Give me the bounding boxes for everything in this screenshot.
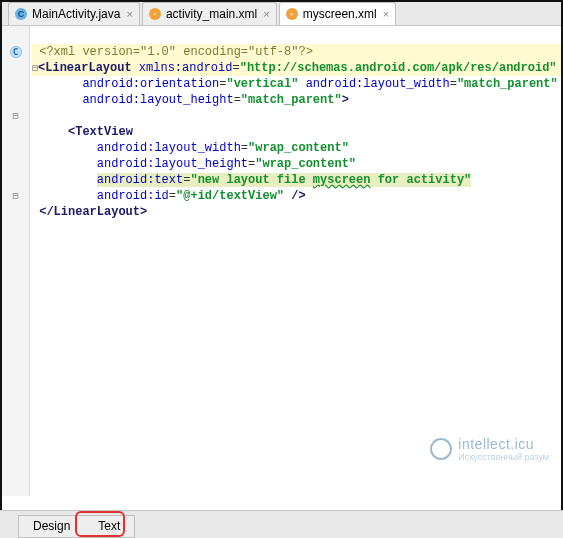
tab-design[interactable]: Design xyxy=(18,515,84,538)
bottom-tab-bar: Design Text xyxy=(0,510,563,538)
code-editor[interactable]: C ⊟ ⊟ <?xml version="1.0" encoding="utf-… xyxy=(2,26,561,496)
file-tab-bar: C MainActivity.java × ◦ activity_main.xm… xyxy=(2,2,561,26)
xml-declaration: <?xml version="1.0" encoding="utf-8"?> xyxy=(39,45,313,59)
file-tab-myscreen[interactable]: ◦ myscreen.xml × xyxy=(279,2,396,25)
file-tab-label: myscreen.xml xyxy=(303,7,377,21)
xml-icon: ◦ xyxy=(149,8,161,20)
tab-text[interactable]: Text xyxy=(84,515,135,538)
class-icon: C xyxy=(15,8,27,20)
close-icon[interactable]: × xyxy=(263,8,269,20)
fold-icon[interactable]: ⊟ xyxy=(12,111,18,121)
fold-end-icon: ⊟ xyxy=(12,191,18,201)
file-tab-label: MainActivity.java xyxy=(32,7,120,21)
editor-gutter: C ⊟ ⊟ xyxy=(2,26,30,496)
class-gutter-icon: C xyxy=(10,46,22,58)
file-tab-label: activity_main.xml xyxy=(166,7,257,21)
close-icon[interactable]: × xyxy=(383,8,389,20)
file-tab-mainactivity[interactable]: C MainActivity.java × xyxy=(8,2,140,25)
code-area[interactable]: <?xml version="1.0" encoding="utf-8"?> ⊟… xyxy=(30,26,561,496)
file-tab-activitymain[interactable]: ◦ activity_main.xml × xyxy=(142,2,277,25)
close-icon[interactable]: × xyxy=(126,8,132,20)
xml-icon: ◦ xyxy=(286,8,298,20)
